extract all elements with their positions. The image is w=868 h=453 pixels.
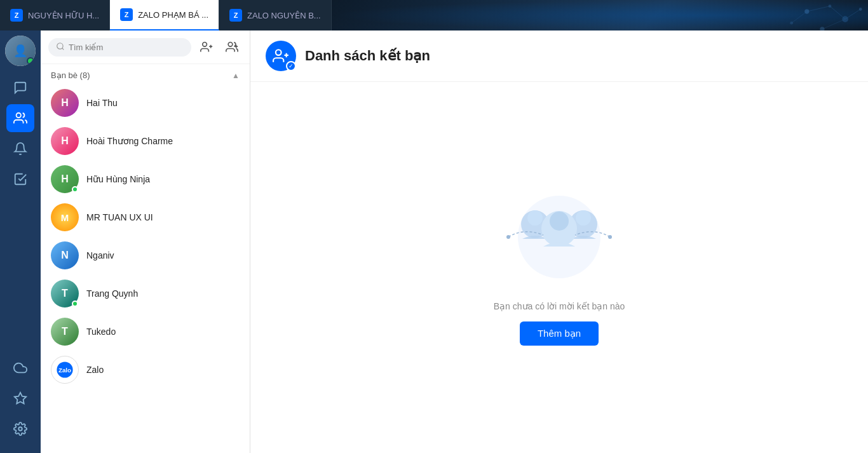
friend-requests-icon: ✓ (266, 41, 296, 71)
tab-label-2: ZALO PHẠM BÁ ... (138, 10, 208, 20)
svg-point-24 (276, 50, 281, 55)
svg-point-16 (203, 43, 207, 47)
friend-item-zalo[interactable]: Zalo Zalo (41, 351, 250, 389)
tab-icon-2: Z (120, 8, 133, 21)
content-area: ✓ Danh sách kết bạn (250, 30, 868, 453)
online-indicator (27, 57, 34, 65)
sidebar-notifications-button[interactable] (6, 135, 34, 163)
friend-name-mr-tuan: MR TUAN UX UI (86, 212, 153, 222)
svg-point-34 (506, 235, 510, 239)
sidebar-settings-button[interactable] (6, 415, 34, 443)
svg-marker-12 (15, 393, 26, 403)
svg-text:Zalo: Zalo (58, 367, 71, 374)
tab-bar: Z NGUYỄN HỮU H... Z ZALO PHẠM BÁ ... Z Z… (0, 0, 868, 30)
friend-avatar-zalo: Zalo (51, 356, 79, 384)
tab-zalo-nguyen-b[interactable]: Z ZALO NGUYỄN B... (219, 0, 332, 30)
search-icon (56, 42, 65, 53)
svg-point-31 (576, 210, 591, 226)
page-title: Danh sách kết bạn (305, 48, 430, 64)
sidebar-chat-button[interactable] (6, 74, 34, 102)
tab-icon-1: Z (10, 9, 23, 22)
svg-point-19 (228, 43, 233, 47)
tab-label-1: NGUYỄN HỮU H... (28, 11, 99, 20)
friend-item-huu-hung[interactable]: H Hữu Hùng Ninja (41, 160, 250, 198)
search-input[interactable] (69, 43, 184, 52)
main-area: 👤 (0, 30, 868, 453)
friend-item-trang-quynh[interactable]: T Trang Quynh (41, 274, 250, 313)
friend-name-huu-hung: Hữu Hùng Ninja (86, 174, 150, 184)
friend-avatar-tukedo: T (51, 318, 79, 346)
friend-avatar-hoai-thuong: H (51, 127, 79, 155)
friend-name-nganiv: Nganiv (86, 250, 114, 260)
friend-avatar-trang-quynh: T (51, 280, 79, 308)
friend-avatar-huu-hung: H (51, 165, 79, 193)
sidebar-contacts-button[interactable] (6, 104, 34, 132)
friend-item-mr-tuan[interactable]: M MR TUAN UX UI (41, 198, 250, 236)
friends-panel: Bạn bè (8) ▲ H Hai Thu H Hoài Thương Cha… (41, 30, 250, 453)
online-dot-huu-hung (72, 186, 78, 193)
friends-count-label: Bạn bè (8) (51, 71, 90, 80)
friend-item-nganiv[interactable]: N Nganiv (41, 236, 250, 274)
friend-avatar-mr-tuan: M (51, 203, 79, 231)
friend-list: H Hai Thu H Hoài Thương Charme H Hữu Hùn… (41, 84, 250, 453)
sidebar-icons: 👤 (0, 30, 41, 453)
online-dot-trang (72, 301, 78, 307)
tab-label-3: ZALO NGUYỄN B... (247, 11, 321, 20)
svg-line-8 (845, 9, 860, 19)
sidebar-cloud-button[interactable] (6, 354, 34, 382)
svg-line-10 (822, 19, 845, 29)
friends-section-header: Bạn bè (8) ▲ (41, 64, 250, 84)
create-group-button[interactable] (222, 37, 242, 57)
friend-item-tukedo[interactable]: T Tukedo (41, 313, 250, 351)
friend-avatar-hai-thu: H (51, 89, 79, 117)
svg-point-14 (57, 43, 63, 48)
sidebar-tasks-button[interactable] (6, 165, 34, 193)
add-friend-cta-button[interactable]: Thêm bạn (520, 321, 599, 346)
search-bar (41, 30, 250, 64)
svg-point-11 (17, 113, 21, 118)
friend-name-zalo: Zalo (86, 365, 104, 375)
svg-point-33 (550, 212, 569, 231)
tab-icon-3: Z (229, 9, 242, 22)
friend-name-tukedo: Tukedo (86, 327, 116, 337)
collapse-button[interactable]: ▲ (232, 71, 240, 80)
tab-nguyen-huu[interactable]: Z NGUYỄN HỮU H... (0, 0, 110, 30)
content-header: ✓ Danh sách kết bạn (250, 30, 868, 82)
verified-badge: ✓ (286, 61, 296, 71)
friend-name-hoai-thuong: Hoài Thương Charme (86, 136, 173, 146)
svg-line-9 (791, 11, 806, 23)
svg-line-7 (830, 6, 845, 20)
friend-name-trang-quynh: Trang Quynh (86, 288, 138, 299)
svg-point-35 (608, 235, 612, 239)
tab-header-background (332, 0, 868, 30)
svg-point-13 (18, 427, 22, 431)
user-avatar[interactable]: 👤 (5, 36, 36, 66)
empty-message: Bạn chưa có lời mời kết bạn nào (494, 301, 625, 311)
friend-name-hai-thu: Hai Thu (86, 98, 118, 108)
content-body: Bạn chưa có lời mời kết bạn nào Thêm bạn (250, 82, 868, 453)
svg-line-6 (806, 6, 829, 11)
sidebar-star-button[interactable] (6, 384, 34, 412)
friend-item-hoai-thuong[interactable]: H Hoài Thương Charme (41, 122, 250, 160)
empty-illustration (489, 189, 629, 291)
friend-item-hai-thu[interactable]: H Hai Thu (41, 84, 250, 122)
search-input-wrapper[interactable] (48, 38, 191, 57)
network-decoration (332, 0, 868, 30)
tab-zalo-pham-ba[interactable]: Z ZALO PHẠM BÁ ... (110, 0, 219, 30)
svg-point-29 (527, 210, 543, 226)
friend-avatar-nganiv: N (51, 241, 79, 269)
svg-line-15 (62, 48, 64, 50)
add-friend-button[interactable] (196, 37, 217, 57)
